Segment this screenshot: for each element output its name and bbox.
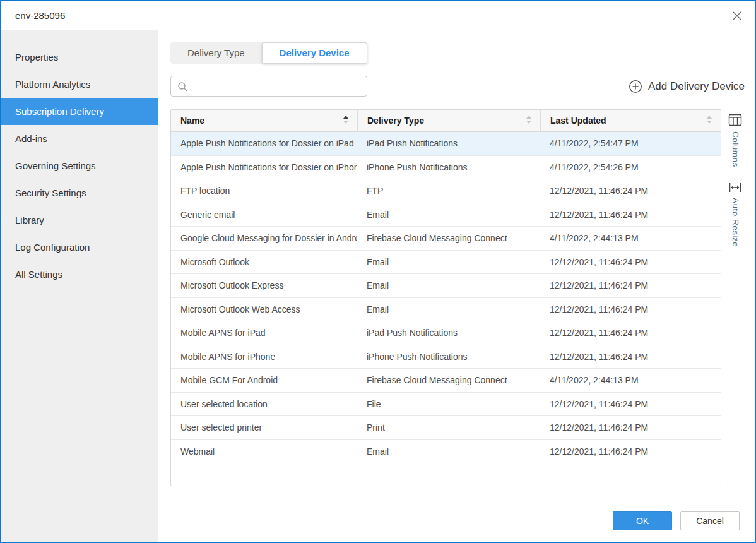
cell-name: Webmail [171, 440, 357, 463]
sort-icon[interactable] [526, 116, 531, 124]
table-header: Name Delivery Type Last Updated [171, 110, 721, 132]
cell-last-updated: 12/12/2021, 11:46:24 PM [540, 321, 721, 345]
cell-delivery-type: Email [357, 440, 540, 463]
table-row[interactable]: Microsoft Outlook Express Email 12/12/20… [171, 274, 721, 298]
columns-button[interactable]: Columns [728, 114, 742, 167]
environment-settings-dialog: { "window": { "title": "env-285096" }, "… [0, 0, 756, 543]
sidebar-item-all-settings[interactable]: All Settings [1, 261, 158, 288]
column-header-last-updated[interactable]: Last Updated [540, 110, 721, 131]
search-box [170, 76, 367, 97]
auto-resize-label: Auto Resize [731, 198, 740, 247]
table-row[interactable]: Mobile GCM For Android Firebase Cloud Me… [171, 369, 721, 393]
table-row[interactable]: Generic email Email 12/12/2021, 11:46:24… [171, 203, 721, 227]
table-row[interactable]: Apple Push Notifications for Dossier on … [171, 156, 721, 180]
sidebar-item-governing-settings[interactable]: Governing Settings [1, 152, 158, 179]
auto-resize-icon [728, 182, 742, 193]
ok-button[interactable]: OK [613, 511, 672, 530]
sidebar-item-platform-analytics[interactable]: Platform Analytics [1, 71, 158, 98]
tab-bar: Delivery Type Delivery Device [170, 42, 367, 64]
sort-icon[interactable] [343, 116, 348, 124]
cell-name: Mobile APNS for iPhone [171, 345, 357, 369]
sidebar-item-log-configuration[interactable]: Log Configuration [1, 234, 158, 261]
table-row[interactable]: Apple Push Notifications for Dossier on … [171, 132, 721, 156]
tab-delivery-device[interactable]: Delivery Device [262, 42, 367, 64]
table-side-toolbar: Columns Auto Resize [724, 114, 747, 247]
columns-label: Columns [731, 131, 740, 167]
cell-name: Apple Push Notifications for Dossier on … [171, 132, 357, 155]
table-row[interactable]: Google Cloud Messaging for Dossier in An… [171, 227, 721, 251]
cell-delivery-type: Email [357, 251, 540, 274]
table-row[interactable]: User selected location File 12/12/2021, … [171, 393, 721, 417]
cell-delivery-type: iPad Push Notifications [357, 321, 540, 345]
table-row[interactable]: Mobile APNS for iPad iPad Push Notificat… [171, 321, 721, 345]
plus-circle-icon [629, 80, 642, 93]
cell-name: Google Cloud Messaging for Dossier in An… [171, 227, 357, 250]
cell-delivery-type: iPhone Push Notifications [357, 345, 540, 369]
cell-name: Microsoft Outlook Express [171, 274, 357, 297]
cell-name: User selected location [171, 393, 357, 416]
cell-delivery-type: Print [357, 416, 540, 439]
cell-last-updated: 12/12/2021, 11:46:24 PM [540, 345, 721, 369]
window-title: env-285096 [15, 1, 65, 30]
cell-name: Microsoft Outlook [171, 251, 357, 274]
cell-last-updated: 4/11/2022, 2:54:26 PM [540, 156, 721, 179]
auto-resize-button[interactable]: Auto Resize [728, 182, 742, 247]
sidebar-item-library[interactable]: Library [1, 206, 158, 234]
cell-delivery-type: Email [357, 274, 540, 297]
column-header-delivery-type[interactable]: Delivery Type [357, 110, 540, 131]
table-row[interactable]: Mobile APNS for iPhone iPhone Push Notif… [171, 345, 721, 369]
cell-delivery-type: File [357, 393, 540, 416]
column-header-name[interactable]: Name [171, 110, 357, 131]
table-row[interactable]: Microsoft Outlook Web Access Email 12/12… [171, 298, 721, 322]
add-delivery-device-button[interactable]: Add Delivery Device [629, 75, 745, 98]
cell-last-updated: 4/11/2022, 2:44:13 PM [540, 227, 721, 250]
delivery-device-table: Name Delivery Type Last Updated Apple Pu… [170, 109, 721, 486]
cell-delivery-type: FTP [357, 179, 540, 203]
search-icon [177, 81, 188, 92]
sidebar-item-subscription-delivery[interactable]: Subscription Delivery [1, 98, 158, 125]
close-icon[interactable] [728, 7, 746, 25]
title-bar: env-285096 [1, 1, 755, 30]
cancel-button[interactable]: Cancel [680, 511, 740, 530]
table-row[interactable]: User selected printer Print 12/12/2021, … [171, 416, 721, 440]
table-row[interactable]: Webmail Email 12/12/2021, 11:46:24 PM [171, 440, 721, 464]
cell-last-updated: 12/12/2021, 11:46:24 PM [540, 440, 721, 463]
cell-last-updated: 12/12/2021, 11:46:24 PM [540, 298, 721, 321]
sidebar: Properties Platform Analytics Subscripti… [1, 30, 158, 542]
cell-last-updated: 12/12/2021, 11:46:24 PM [540, 416, 721, 439]
cell-name: Apple Push Notifications for Dossier on … [171, 156, 357, 179]
cell-name: Mobile APNS for iPad [171, 321, 357, 345]
table-row[interactable]: FTP location FTP 12/12/2021, 11:46:24 PM [171, 179, 721, 203]
cell-last-updated: 4/11/2022, 2:44:13 PM [540, 369, 721, 392]
cell-last-updated: 12/12/2021, 11:46:24 PM [540, 203, 721, 227]
tab-delivery-type[interactable]: Delivery Type [170, 42, 262, 64]
columns-icon [728, 114, 742, 126]
cell-delivery-type: Firebase Cloud Messaging Connect [357, 227, 540, 250]
cell-last-updated: 12/12/2021, 11:46:24 PM [540, 251, 721, 274]
cell-last-updated: 4/11/2022, 2:54:47 PM [540, 132, 721, 155]
cell-delivery-type: Email [357, 298, 540, 321]
search-input[interactable] [192, 76, 365, 97]
cell-delivery-type: Firebase Cloud Messaging Connect [357, 369, 540, 392]
sidebar-item-security-settings[interactable]: Security Settings [1, 179, 158, 206]
sort-icon[interactable] [707, 116, 712, 124]
cell-last-updated: 12/12/2021, 11:46:24 PM [540, 179, 721, 203]
sidebar-item-properties[interactable]: Properties [1, 44, 158, 71]
cell-delivery-type: Email [357, 203, 540, 227]
cell-last-updated: 12/12/2021, 11:46:24 PM [540, 393, 721, 416]
cell-name: Generic email [171, 203, 357, 227]
table-body: Apple Push Notifications for Dossier on … [171, 132, 721, 463]
sidebar-item-add-ins[interactable]: Add-ins [1, 125, 158, 152]
cell-delivery-type: iPhone Push Notifications [357, 156, 540, 179]
cell-name: Mobile GCM For Android [171, 369, 357, 392]
cell-delivery-type: iPad Push Notifications [357, 132, 540, 155]
cell-name: User selected printer [171, 416, 357, 439]
cell-name: FTP location [171, 179, 357, 203]
cell-last-updated: 12/12/2021, 11:46:24 PM [540, 274, 721, 297]
cell-name: Microsoft Outlook Web Access [171, 298, 357, 321]
add-delivery-device-label: Add Delivery Device [648, 80, 745, 93]
table-row[interactable]: Microsoft Outlook Email 12/12/2021, 11:4… [171, 251, 721, 275]
